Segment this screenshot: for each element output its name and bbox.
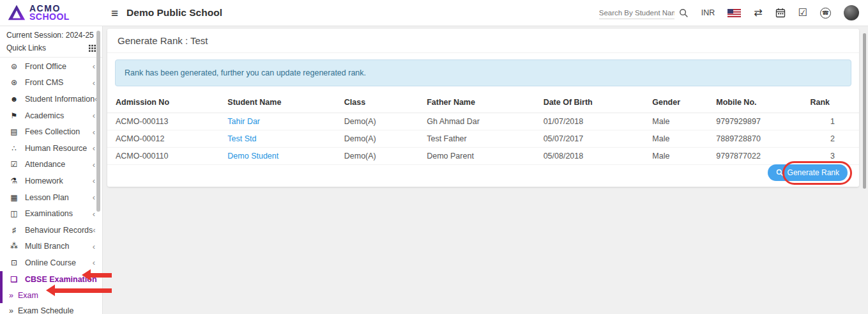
chevron-left-icon: ‹ <box>93 111 95 120</box>
col-date-of-birth: Date Of Birth <box>544 93 653 113</box>
sidebar-item-label: Fees Collection <box>25 127 80 136</box>
logo-triangle-icon <box>6 3 27 22</box>
cbse-examination-icon: ❏ <box>9 275 19 284</box>
currency-label[interactable]: INR <box>701 8 715 17</box>
generate-rank-panel: Generate Rank : Test Rank has been gener… <box>107 29 859 187</box>
sidebar-item-human-resource[interactable]: ∴ Human Resource ‹ <box>0 140 102 157</box>
grid-icon <box>89 45 96 52</box>
generate-rank-button[interactable]: Generate Rank <box>768 164 848 181</box>
double-chevron-icon: » <box>9 291 13 300</box>
sidebar-item-label: Academics <box>25 111 64 120</box>
dob-cell: 05/07/2017 <box>544 130 653 148</box>
mobile-cell: 7889728870 <box>716 130 810 148</box>
sidebar-subitem-exam[interactable]: » Exam <box>3 287 102 303</box>
col-father-name: Father Name <box>427 93 543 113</box>
quick-links-label: Quick Links <box>6 43 46 52</box>
whatsapp-icon[interactable]: ☎ <box>820 8 831 19</box>
lesson-plan-icon: ▦ <box>9 193 19 202</box>
table-header-row: Admission No Student Name Class Father N… <box>107 93 859 113</box>
mobile-cell: 9797877022 <box>716 148 810 165</box>
page-title: Generate Rank : Test <box>107 29 859 53</box>
sidebar-item-lesson-plan[interactable]: ▦ Lesson Plan ‹ <box>0 189 102 206</box>
sidebar-item-homework[interactable]: ⚗ Homework ‹ <box>0 173 102 189</box>
gender-cell: Male <box>652 130 716 148</box>
student-name-link[interactable]: Test Std <box>227 134 256 143</box>
sidebar-item-front-office[interactable]: ⊜ Front Office ‹ <box>0 58 102 75</box>
front-office-icon: ⊜ <box>9 62 19 71</box>
table-row: ACMO-00012 Test Std Demo(A) Test Father … <box>107 130 859 148</box>
father-name-cell: Demo Parent <box>427 148 543 165</box>
page-scrollbar[interactable] <box>863 33 866 189</box>
logo-line2: SCHOOL <box>29 13 70 21</box>
user-avatar[interactable] <box>844 5 859 20</box>
table-row: ACMO-000110 Demo Student Demo(A) Demo Pa… <box>107 148 859 165</box>
sidebar-item-online-course[interactable]: ⊡ Online Course ‹ <box>0 255 102 271</box>
calendar-icon[interactable] <box>775 8 786 18</box>
rank-cell: 2 <box>810 130 859 148</box>
examinations-icon: ◫ <box>9 209 19 218</box>
student-information-icon: ☻ <box>9 95 19 104</box>
human-resource-icon: ∴ <box>9 144 19 153</box>
quick-links[interactable]: Quick Links <box>0 40 102 58</box>
father-name-cell: Test Father <box>427 130 543 148</box>
rank-cell: 3 <box>810 148 859 165</box>
phone-glyph: ☎ <box>822 10 829 16</box>
sidebar-item-examinations[interactable]: ◫ Examinations ‹ <box>0 205 102 222</box>
sidebar-subitem-label: Exam <box>18 291 38 300</box>
chevron-left-icon: ‹ <box>93 143 95 153</box>
chevron-left-icon: ‹ <box>93 225 95 235</box>
us-flag-icon[interactable] <box>727 9 741 17</box>
sidebar-item-label: Behaviour Records <box>25 226 93 235</box>
online-course-icon: ⊡ <box>9 258 19 267</box>
sidebar-item-label: Front CMS <box>25 78 63 87</box>
sidebar-item-label: Multi Branch <box>25 242 69 251</box>
academics-icon: ⚑ <box>9 111 19 120</box>
father-name-cell: Gh Ahmad Dar <box>427 113 543 130</box>
sidebar-item-label: CBSE Examination <box>25 275 97 284</box>
sidebar-subitem-label: Exam Schedule <box>18 306 74 314</box>
student-name-link[interactable]: Demo Student <box>227 152 278 161</box>
sidebar-subitem-exam-schedule[interactable]: » Exam Schedule <box>0 303 102 314</box>
chevron-left-icon: ‹ <box>93 160 95 169</box>
sidebar-item-label: Front Office <box>25 62 66 71</box>
sidebar-item-label: Online Course <box>25 258 76 267</box>
currency-exchange-icon[interactable]: ⇄ <box>754 8 762 18</box>
mobile-cell: 9797929897 <box>716 113 810 130</box>
sidebar-item-behaviour-records[interactable]: ♯ Behaviour Records ‹ <box>0 222 102 239</box>
student-search <box>599 7 689 19</box>
logo-text: ACMO SCHOOL <box>29 4 70 21</box>
generate-rank-label: Generate Rank <box>788 168 839 177</box>
chevron-left-icon: ‹ <box>93 127 95 137</box>
student-name-link[interactable]: Tahir Dar <box>227 117 260 126</box>
class-cell: Demo(A) <box>344 148 427 165</box>
col-gender: Gender <box>652 93 716 113</box>
sidebar-item-academics[interactable]: ⚑ Academics ‹ <box>0 107 102 124</box>
task-check-icon[interactable]: ☑ <box>798 8 807 18</box>
chevron-left-icon: ‹ <box>93 209 95 219</box>
sidebar-item-front-cms[interactable]: ⊛ Front CMS ‹ <box>0 75 102 91</box>
sidebar-item-student-information[interactable]: ☻ Student Information ‹ <box>0 91 102 107</box>
table-row: ACMO-000113 Tahir Dar Demo(A) Gh Ahmad D… <box>107 113 859 130</box>
sidebar-item-multi-branch[interactable]: ⁂ Multi Branch ‹ <box>0 239 102 255</box>
double-chevron-icon: » <box>9 306 13 314</box>
current-session-label: Current Session: 2024-25 <box>0 26 102 40</box>
sidebar-item-fees-collection[interactable]: ▤ Fees Collection ‹ <box>0 123 102 140</box>
sidebar-item-cbse-examination[interactable]: ❏ CBSE Examination <box>3 271 102 288</box>
col-mobile-no: Mobile No. <box>716 93 810 113</box>
acmo-school-logo[interactable]: ACMO SCHOOL <box>0 3 103 22</box>
school-name-title: Demo Public School <box>126 7 222 19</box>
chevron-left-icon: ‹ <box>93 242 95 251</box>
hamburger-menu-icon[interactable]: ≡ <box>111 7 118 19</box>
gender-cell: Male <box>652 148 716 165</box>
chevron-left-icon: ‹ <box>93 192 95 202</box>
col-class: Class <box>344 93 427 113</box>
sidebar-scrollbar[interactable] <box>96 31 100 212</box>
multi-branch-icon: ⁂ <box>9 242 19 251</box>
search-icon[interactable] <box>679 8 689 18</box>
chevron-left-icon: ‹ <box>93 78 95 88</box>
search-input[interactable] <box>599 7 674 19</box>
dob-cell: 05/08/2018 <box>544 148 653 165</box>
sidebar-item-attendance[interactable]: ☑ Attendance ‹ <box>0 157 102 173</box>
col-admission-no: Admission No <box>107 93 227 113</box>
admission-no-cell: ACMO-00012 <box>107 130 227 148</box>
